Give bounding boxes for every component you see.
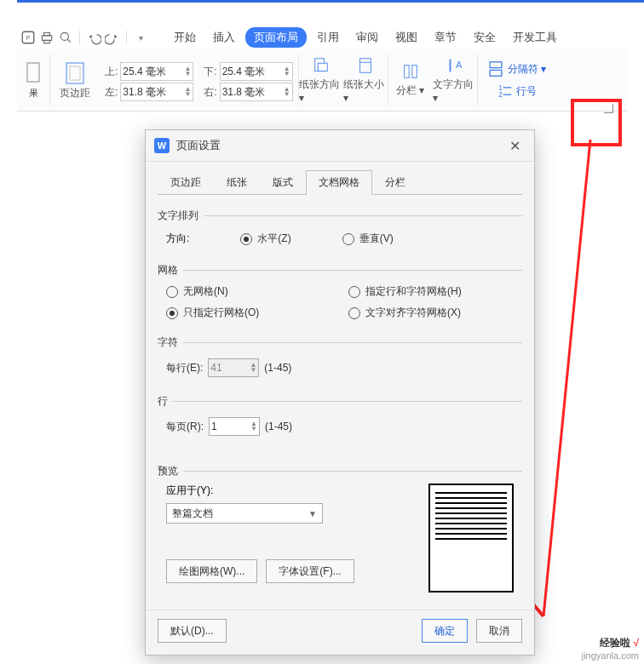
watermark-text: 经验啦 (600, 637, 630, 649)
menu-tab-start[interactable]: 开始 (167, 27, 203, 48)
orientation-button[interactable]: 纸张方向 ▾ (299, 49, 343, 111)
orientation-label: 纸张方向 ▾ (299, 77, 343, 104)
svg-rect-4 (44, 40, 50, 43)
svg-rect-7 (27, 63, 39, 82)
line-number-button[interactable]: 12 行号 (483, 82, 549, 100)
margin-top-input[interactable]: 25.4 毫米▲▼ (120, 62, 193, 81)
margin-values-left: 上: 25.4 毫米▲▼ 左: 31.8 毫米▲▼ (100, 49, 198, 111)
margins-icon (64, 60, 86, 86)
text-dir-icon: A (446, 56, 464, 75)
apply-to-value: 整篇文档 (172, 507, 213, 521)
per-line-range: (1-45) (264, 362, 291, 374)
margin-left-label: 左: (105, 85, 118, 100)
svg-line-6 (67, 39, 70, 42)
tab-paper[interactable]: 纸张 (214, 170, 260, 195)
legend-grid: 网格 (158, 263, 178, 278)
pdf-icon[interactable]: P (20, 30, 36, 45)
undo-icon[interactable] (86, 30, 101, 45)
svg-text:P: P (26, 35, 31, 41)
menu-tab-view[interactable]: 视图 (388, 27, 424, 48)
menu-tab-references[interactable]: 引用 (310, 27, 346, 48)
font-settings-button[interactable]: 字体设置(F)... (266, 559, 354, 583)
tab-doc-grid[interactable]: 文档网格 (306, 170, 372, 195)
doc-icon (26, 61, 41, 87)
tab-columns[interactable]: 分栏 (372, 170, 418, 195)
print-icon[interactable] (39, 30, 55, 45)
ok-button[interactable]: 确定 (422, 619, 468, 643)
radio-dot-icon (166, 286, 178, 298)
redo-icon[interactable] (105, 30, 120, 45)
fieldset-grid: 网格 无网格(N) 指定行和字符网格(H) 只指定行网格(O) 文字对齐字符网格… (158, 263, 522, 322)
radio-row-char-grid[interactable]: 指定行和字符网格(H) (348, 284, 514, 299)
margin-right-label: 右: (204, 85, 216, 100)
per-page-input[interactable]: 1▲▼ (209, 417, 260, 436)
direction-label: 方向: (166, 232, 189, 246)
legend-text-arrange: 文字排列 (158, 209, 198, 223)
radio-horizontal[interactable]: 水平(Z) (240, 232, 290, 246)
window-top-accent (17, 0, 644, 26)
legend-chars: 字符 (158, 335, 178, 350)
preview-icon[interactable] (58, 30, 73, 45)
per-line-input: 41▲▼ (208, 358, 259, 377)
margin-bottom-input[interactable]: 25.4 毫米▲▼ (220, 62, 293, 81)
text-direction-button[interactable]: A 文字方向 ▾ (433, 49, 477, 111)
paper-size-button[interactable]: 纸张大小 ▾ (343, 49, 388, 111)
per-page-range: (1-45) (265, 421, 292, 432)
fieldset-text-arrange: 文字排列 方向: 水平(Z) 垂直(V) (158, 209, 522, 249)
margins-label: 页边距 (60, 86, 90, 100)
page-setup-dialog: W 页面设置 ✕ 页边距 纸张 版式 文档网格 分栏 文字排列 方向: 水平(Z… (145, 129, 535, 655)
close-icon[interactable]: ✕ (504, 135, 526, 157)
svg-rect-15 (412, 66, 417, 78)
chevron-down-icon: ▼ (308, 509, 317, 518)
dialog-tabstrip: 页边距 纸张 版式 文档网格 分栏 (158, 170, 522, 195)
menu-tab-devtools[interactable]: 开发工具 (506, 27, 564, 48)
dialog-title-text: 页面设置 (176, 138, 221, 153)
default-button[interactable]: 默认(D)... (158, 619, 227, 643)
draw-grid-button[interactable]: 绘图网格(W)... (166, 559, 257, 583)
radio-row-only-grid[interactable]: 只指定行网格(O) (166, 306, 331, 320)
svg-rect-19 (490, 70, 502, 76)
svg-rect-9 (70, 66, 80, 80)
tab-layout[interactable]: 版式 (260, 170, 306, 195)
radio-dot-icon (342, 233, 354, 245)
result-label: 果 (29, 87, 38, 100)
watermark-url: jingyanla.com (582, 650, 639, 661)
paper-size-label: 纸张大小 ▾ (343, 77, 388, 104)
svg-text:A: A (456, 60, 463, 70)
orientation-icon (312, 56, 331, 75)
line-number-label: 行号 (516, 84, 537, 99)
svg-point-5 (60, 32, 68, 40)
radio-dot-icon (166, 307, 178, 319)
preview-thumbnail (428, 484, 514, 592)
menu-tab-security[interactable]: 安全 (467, 27, 503, 48)
margins-button[interactable]: 页边距 (50, 49, 100, 111)
ribbon-right-group: 分隔符 ▾ 12 行号 (478, 49, 555, 111)
margin-left-input[interactable]: 31.8 毫米▲▼ (120, 83, 193, 101)
margin-bottom-label: 下: (204, 65, 216, 79)
radio-vertical[interactable]: 垂直(V) (342, 232, 394, 246)
break-icon (486, 60, 505, 78)
radio-no-grid[interactable]: 无网格(N) (166, 284, 331, 299)
menu-tab-review[interactable]: 审阅 (349, 27, 385, 48)
columns-label: 分栏 ▾ (396, 83, 424, 98)
paper-size-icon (356, 56, 375, 75)
svg-rect-12 (359, 59, 371, 73)
tab-margins[interactable]: 页边距 (158, 170, 214, 195)
columns-button[interactable]: 分栏 ▾ (388, 49, 433, 111)
menu-tab-insert[interactable]: 插入 (206, 27, 242, 48)
radio-align-char-grid[interactable]: 文字对齐字符网格(X) (348, 306, 514, 320)
svg-text:2: 2 (498, 91, 503, 99)
separator (126, 31, 127, 44)
overflow-icon[interactable]: ▾ (133, 30, 148, 45)
menu-tab-page-layout[interactable]: 页面布局 (245, 27, 307, 48)
cancel-button[interactable]: 取消 (476, 619, 522, 643)
menu-bar: P ▾ 开始 插入 页面布局 引用 审阅 视图 章节 安全 开发工具 (17, 26, 630, 50)
apply-to-select[interactable]: 整篇文档 ▼ (166, 503, 323, 524)
separator-menu-button[interactable]: 分隔符 ▾ (483, 60, 549, 78)
legend-rows: 行 (158, 394, 168, 409)
apply-to-label: 应用于(Y): (166, 484, 354, 498)
watermark: 经验啦 √ jingyanla.com (582, 636, 639, 661)
menu-tab-chapter[interactable]: 章节 (428, 27, 463, 48)
margin-right-input[interactable]: 31.8 毫米▲▼ (220, 83, 293, 101)
app-icon: W (154, 138, 170, 153)
